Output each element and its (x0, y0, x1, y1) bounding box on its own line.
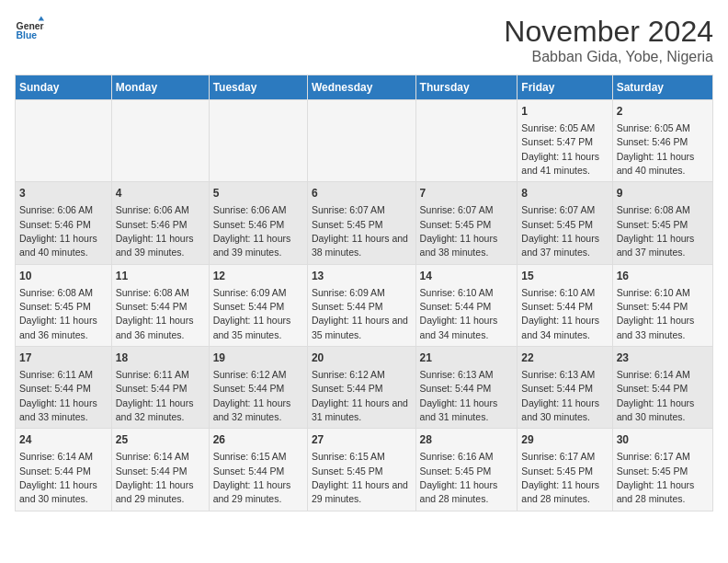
calendar-body: 1Sunrise: 6:05 AM Sunset: 5:47 PM Daylig… (16, 100, 713, 511)
day-cell: 1Sunrise: 6:05 AM Sunset: 5:47 PM Daylig… (518, 100, 612, 182)
day-info: Sunrise: 6:05 AM Sunset: 5:47 PM Dayligh… (521, 122, 599, 176)
header-day-wednesday: Wednesday (307, 75, 415, 100)
day-number: 7 (420, 186, 514, 201)
day-number: 17 (19, 350, 108, 366)
day-number: 23 (617, 350, 709, 366)
calendar-header: SundayMondayTuesdayWednesdayThursdayFrid… (16, 75, 713, 100)
day-info: Sunrise: 6:13 AM Sunset: 5:44 PM Dayligh… (420, 369, 498, 422)
page-header: General Blue November 2024 Babban Gida, … (15, 15, 713, 65)
day-cell (307, 100, 415, 182)
day-number: 22 (521, 350, 608, 366)
day-info: Sunrise: 6:09 AM Sunset: 5:44 PM Dayligh… (312, 287, 408, 340)
day-info: Sunrise: 6:17 AM Sunset: 5:45 PM Dayligh… (617, 451, 695, 504)
week-row-2: 3Sunrise: 6:06 AM Sunset: 5:46 PM Daylig… (16, 182, 713, 264)
day-info: Sunrise: 6:14 AM Sunset: 5:44 PM Dayligh… (19, 451, 97, 504)
day-cell: 3Sunrise: 6:06 AM Sunset: 5:46 PM Daylig… (16, 182, 112, 264)
day-cell (111, 100, 209, 182)
day-cell: 18Sunrise: 6:11 AM Sunset: 5:44 PM Dayli… (111, 347, 209, 429)
day-info: Sunrise: 6:07 AM Sunset: 5:45 PM Dayligh… (420, 204, 498, 258)
day-cell: 28Sunrise: 6:16 AM Sunset: 5:45 PM Dayli… (415, 429, 518, 511)
day-info: Sunrise: 6:10 AM Sunset: 5:44 PM Dayligh… (617, 287, 695, 340)
header-day-monday: Monday (111, 75, 209, 100)
day-info: Sunrise: 6:06 AM Sunset: 5:46 PM Dayligh… (116, 204, 194, 258)
day-cell: 13Sunrise: 6:09 AM Sunset: 5:44 PM Dayli… (307, 264, 415, 346)
day-cell: 4Sunrise: 6:06 AM Sunset: 5:46 PM Daylig… (111, 182, 209, 264)
day-number: 1 (521, 104, 608, 120)
day-info: Sunrise: 6:12 AM Sunset: 5:44 PM Dayligh… (213, 369, 291, 422)
day-number: 28 (420, 432, 514, 448)
day-info: Sunrise: 6:11 AM Sunset: 5:44 PM Dayligh… (116, 369, 194, 422)
day-cell (415, 100, 518, 182)
day-info: Sunrise: 6:12 AM Sunset: 5:44 PM Dayligh… (312, 369, 408, 422)
day-cell: 25Sunrise: 6:14 AM Sunset: 5:44 PM Dayli… (111, 429, 209, 511)
day-cell: 19Sunrise: 6:12 AM Sunset: 5:44 PM Dayli… (209, 347, 307, 429)
header-day-tuesday: Tuesday (209, 75, 307, 100)
day-number: 11 (116, 269, 205, 284)
logo: General Blue (15, 15, 44, 44)
day-cell: 29Sunrise: 6:17 AM Sunset: 5:45 PM Dayli… (518, 429, 612, 511)
day-info: Sunrise: 6:14 AM Sunset: 5:44 PM Dayligh… (617, 369, 695, 422)
title-block: November 2024 Babban Gida, Yobe, Nigeria (504, 15, 713, 65)
week-row-1: 1Sunrise: 6:05 AM Sunset: 5:47 PM Daylig… (16, 100, 713, 182)
day-number: 2 (617, 104, 709, 120)
day-number: 21 (420, 350, 514, 366)
day-cell: 11Sunrise: 6:08 AM Sunset: 5:44 PM Dayli… (111, 264, 209, 346)
day-info: Sunrise: 6:11 AM Sunset: 5:44 PM Dayligh… (19, 369, 97, 422)
day-cell (16, 100, 112, 182)
day-info: Sunrise: 6:06 AM Sunset: 5:46 PM Dayligh… (19, 204, 97, 258)
day-cell: 5Sunrise: 6:06 AM Sunset: 5:46 PM Daylig… (209, 182, 307, 264)
location-subtitle: Babban Gida, Yobe, Nigeria (504, 49, 713, 65)
day-number: 29 (521, 432, 608, 448)
day-number: 24 (19, 432, 108, 448)
day-info: Sunrise: 6:08 AM Sunset: 5:45 PM Dayligh… (19, 287, 97, 340)
week-row-4: 17Sunrise: 6:11 AM Sunset: 5:44 PM Dayli… (16, 347, 713, 429)
day-cell: 14Sunrise: 6:10 AM Sunset: 5:44 PM Dayli… (415, 264, 518, 346)
day-cell: 24Sunrise: 6:14 AM Sunset: 5:44 PM Dayli… (16, 429, 112, 511)
day-cell: 7Sunrise: 6:07 AM Sunset: 5:45 PM Daylig… (415, 182, 518, 264)
day-number: 30 (617, 432, 709, 448)
calendar-table: SundayMondayTuesdayWednesdayThursdayFrid… (15, 75, 713, 511)
logo-icon: General Blue (15, 15, 44, 44)
day-info: Sunrise: 6:13 AM Sunset: 5:44 PM Dayligh… (521, 369, 599, 422)
day-info: Sunrise: 6:16 AM Sunset: 5:45 PM Dayligh… (420, 451, 498, 504)
day-number: 19 (213, 350, 303, 366)
day-number: 26 (213, 432, 303, 448)
day-number: 4 (116, 186, 205, 201)
day-number: 6 (312, 186, 412, 201)
day-cell: 26Sunrise: 6:15 AM Sunset: 5:44 PM Dayli… (209, 429, 307, 511)
header-day-friday: Friday (518, 75, 612, 100)
header-day-thursday: Thursday (415, 75, 518, 100)
day-cell (209, 100, 307, 182)
day-cell: 15Sunrise: 6:10 AM Sunset: 5:44 PM Dayli… (518, 264, 612, 346)
day-number: 8 (521, 186, 608, 201)
day-number: 12 (213, 269, 303, 284)
day-cell: 2Sunrise: 6:05 AM Sunset: 5:46 PM Daylig… (612, 100, 712, 182)
day-cell: 20Sunrise: 6:12 AM Sunset: 5:44 PM Dayli… (307, 347, 415, 429)
day-cell: 22Sunrise: 6:13 AM Sunset: 5:44 PM Dayli… (518, 347, 612, 429)
day-number: 9 (617, 186, 709, 201)
day-number: 3 (19, 186, 108, 201)
day-cell: 9Sunrise: 6:08 AM Sunset: 5:45 PM Daylig… (612, 182, 712, 264)
day-number: 25 (116, 432, 205, 448)
header-row: SundayMondayTuesdayWednesdayThursdayFrid… (16, 75, 713, 100)
day-info: Sunrise: 6:09 AM Sunset: 5:44 PM Dayligh… (213, 287, 291, 340)
day-number: 10 (19, 269, 108, 284)
day-info: Sunrise: 6:07 AM Sunset: 5:45 PM Dayligh… (312, 204, 408, 258)
day-cell: 17Sunrise: 6:11 AM Sunset: 5:44 PM Dayli… (16, 347, 112, 429)
day-cell: 30Sunrise: 6:17 AM Sunset: 5:45 PM Dayli… (612, 429, 712, 511)
day-cell: 6Sunrise: 6:07 AM Sunset: 5:45 PM Daylig… (307, 182, 415, 264)
day-cell: 8Sunrise: 6:07 AM Sunset: 5:45 PM Daylig… (518, 182, 612, 264)
svg-text:Blue: Blue (17, 30, 38, 40)
day-info: Sunrise: 6:15 AM Sunset: 5:44 PM Dayligh… (213, 451, 291, 504)
day-number: 5 (213, 186, 303, 201)
day-info: Sunrise: 6:14 AM Sunset: 5:44 PM Dayligh… (116, 451, 194, 504)
header-day-sunday: Sunday (16, 75, 112, 100)
day-info: Sunrise: 6:10 AM Sunset: 5:44 PM Dayligh… (420, 287, 498, 340)
day-number: 14 (420, 269, 514, 284)
day-number: 18 (116, 350, 205, 366)
month-title: November 2024 (504, 15, 713, 49)
day-info: Sunrise: 6:08 AM Sunset: 5:44 PM Dayligh… (116, 287, 194, 340)
svg-text:General: General (17, 21, 44, 31)
day-cell: 27Sunrise: 6:15 AM Sunset: 5:45 PM Dayli… (307, 429, 415, 511)
day-number: 20 (312, 350, 412, 366)
